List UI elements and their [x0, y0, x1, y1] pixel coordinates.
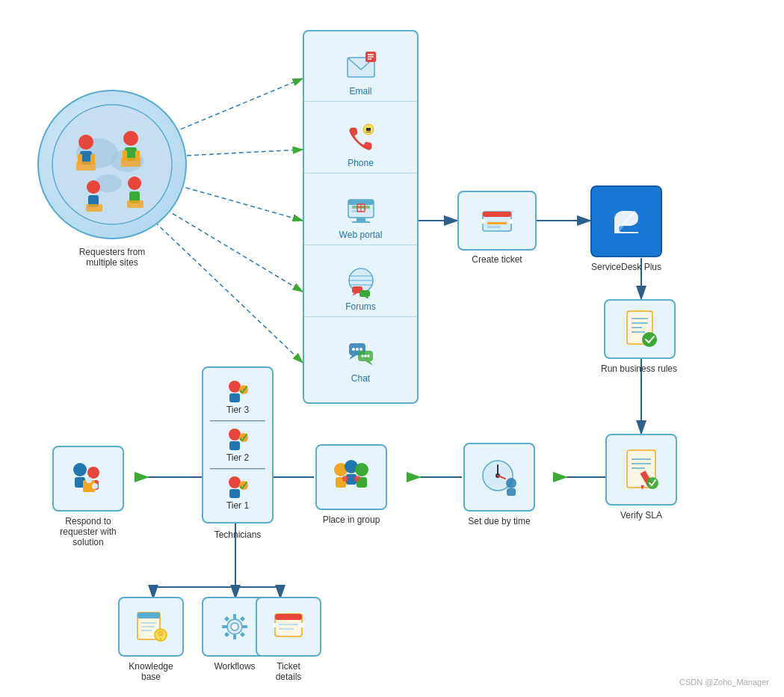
- watermark: CSDN @Zoho_Manager: [679, 678, 769, 687]
- svg-rect-135: [233, 614, 236, 619]
- create-ticket-icon: [480, 206, 514, 236]
- run-rules-box: [604, 299, 676, 359]
- svg-point-74: [364, 355, 367, 358]
- set-due-box: [463, 443, 535, 512]
- svg-point-33: [87, 180, 100, 194]
- svg-rect-38: [121, 158, 141, 167]
- svg-marker-67: [349, 355, 356, 360]
- svg-rect-111: [229, 393, 240, 402]
- svg-point-147: [273, 623, 277, 627]
- svg-marker-72: [365, 361, 373, 366]
- respond-box: [52, 446, 124, 512]
- svg-rect-51: [356, 218, 365, 221]
- ticket-details-label: Ticketdetails: [250, 661, 327, 682]
- channel-webportal: Web portal: [304, 189, 417, 245]
- place-group-label: Place in group: [310, 515, 392, 525]
- svg-point-110: [229, 381, 241, 393]
- knowledge-icon: [134, 610, 168, 644]
- svg-rect-140: [240, 616, 245, 621]
- tier2-item: Tier 2: [203, 424, 272, 466]
- forums-label: Forums: [345, 301, 376, 312]
- svg-rect-47: [366, 128, 371, 131]
- set-due-icon: [478, 456, 520, 498]
- svg-point-81: [509, 219, 513, 224]
- svg-point-100: [506, 478, 516, 488]
- knowledge-label: Knowledgebase: [112, 661, 190, 682]
- requester-label: Requesters frommultiple sites: [37, 247, 187, 268]
- create-ticket-box: [457, 191, 537, 251]
- svg-point-75: [367, 355, 370, 358]
- svg-marker-65: [365, 297, 370, 298]
- tier3-icon: [224, 379, 251, 403]
- channel-email: Email: [304, 46, 417, 102]
- svg-point-116: [229, 476, 241, 488]
- tier1-item: Tier 1: [203, 472, 272, 514]
- svg-rect-141: [224, 632, 229, 637]
- servicedesk-icon: [602, 197, 650, 245]
- svg-point-121: [87, 467, 99, 479]
- email-label: Email: [349, 86, 371, 96]
- svg-rect-77: [483, 212, 511, 217]
- respond-icon: [68, 459, 108, 498]
- tier3-label: Tier 3: [226, 405, 249, 415]
- svg-rect-114: [229, 441, 240, 450]
- svg-point-68: [352, 348, 355, 351]
- tier2-icon: [224, 427, 251, 451]
- svg-point-108: [342, 476, 348, 482]
- svg-rect-64: [359, 290, 370, 297]
- svg-point-80: [481, 219, 485, 224]
- svg-rect-48: [366, 132, 371, 132]
- place-group-box: [315, 444, 387, 510]
- svg-point-106: [355, 463, 368, 476]
- technicians-box: Tier 3 Tier 2 Tier 1: [202, 366, 274, 523]
- ticket-details-box: [256, 597, 321, 657]
- svg-rect-136: [233, 634, 236, 639]
- svg-rect-127: [138, 612, 160, 618]
- svg-point-124: [86, 477, 92, 483]
- ticket-details-icon: [271, 610, 306, 644]
- svg-point-70: [359, 348, 362, 351]
- tier1-icon: [224, 475, 251, 499]
- technicians-label: Technicians: [198, 529, 277, 540]
- email-icon: [345, 50, 377, 83]
- respond-label: Respond torequester withsolution: [41, 516, 135, 547]
- forums-icon: [345, 265, 377, 298]
- webportal-icon: [345, 194, 377, 227]
- servicedesk-box: [590, 185, 662, 257]
- verify-sla-icon: [621, 449, 661, 491]
- svg-rect-40: [127, 200, 143, 208]
- channel-chat: Chat: [304, 333, 417, 388]
- svg-point-134: [231, 623, 238, 630]
- svg-point-25: [78, 135, 93, 150]
- verify-sla-box: [605, 434, 677, 506]
- svg-point-69: [356, 348, 359, 351]
- svg-line-7: [149, 217, 303, 363]
- chat-label: Chat: [351, 373, 370, 384]
- svg-point-125: [92, 483, 98, 489]
- knowledge-box: [118, 597, 184, 657]
- requester-icon: [45, 97, 179, 232]
- verify-sla-label: Verify SLA: [604, 510, 679, 521]
- svg-point-95: [646, 477, 658, 489]
- run-rules-label: Run business rules: [594, 363, 684, 374]
- svg-point-119: [73, 463, 87, 476]
- svg-point-88: [642, 332, 657, 347]
- phone-label: Phone: [348, 158, 374, 168]
- tier1-label: Tier 1: [226, 500, 249, 511]
- tier2-label: Tier 2: [226, 452, 249, 463]
- svg-rect-138: [242, 625, 247, 628]
- svg-rect-78: [487, 222, 507, 224]
- tier3-item: Tier 3: [203, 376, 272, 418]
- phone-icon: [345, 122, 377, 155]
- svg-rect-39: [86, 204, 102, 212]
- channel-forums: Forums: [304, 261, 417, 317]
- chat-icon: [345, 337, 377, 370]
- place-group-icon: [330, 458, 372, 497]
- svg-rect-144: [275, 614, 302, 620]
- run-rules-icon: [621, 310, 658, 348]
- webportal-label: Web portal: [339, 230, 383, 240]
- channel-box: Email Phone: [303, 30, 419, 404]
- svg-point-29: [123, 131, 138, 146]
- workflows-icon: [217, 610, 252, 644]
- svg-rect-142: [240, 632, 245, 637]
